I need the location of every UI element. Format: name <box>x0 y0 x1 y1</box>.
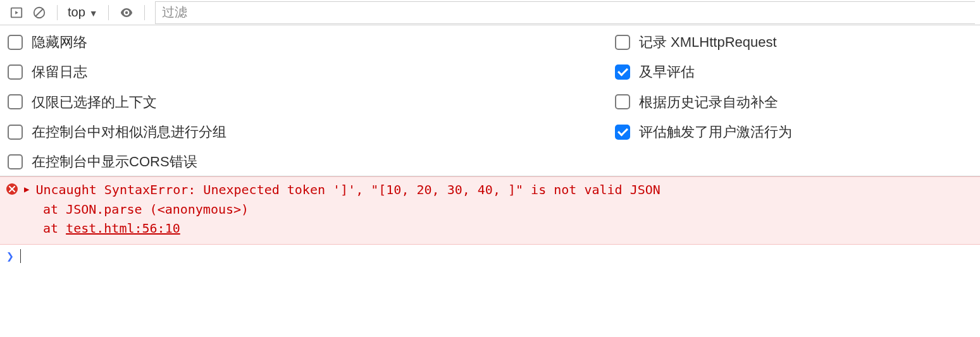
toolbar-separator <box>108 5 109 20</box>
stack-frame: at test.html:56:10 <box>43 219 974 238</box>
opt-label: 保留日志 <box>32 64 87 80</box>
opt-selected-context-only[interactable]: 仅限已选择的上下文 <box>8 94 615 110</box>
stack-prefix: at <box>43 221 66 236</box>
filter-input[interactable] <box>155 1 975 24</box>
svg-point-4 <box>125 11 127 13</box>
toolbar-separator <box>57 5 58 20</box>
opt-label: 评估触发了用户激活行为 <box>639 124 792 140</box>
toggle-console-sidebar-icon[interactable] <box>5 1 28 24</box>
checkbox-preserve-log[interactable] <box>8 64 23 80</box>
opt-show-cors-errors[interactable]: 在控制台中显示CORS错误 <box>8 154 615 169</box>
opt-label: 在控制台中显示CORS错误 <box>32 154 197 169</box>
opt-label: 在控制台中对相似消息进行分组 <box>32 124 226 140</box>
opt-group-similar[interactable]: 在控制台中对相似消息进行分组 <box>8 124 615 140</box>
stack-source-link[interactable]: test.html:56:10 <box>66 221 180 236</box>
opt-user-activation[interactable]: 评估触发了用户激活行为 <box>615 124 972 140</box>
execution-context-label: top <box>68 5 85 20</box>
stack-prefix: at JSON.parse ( <box>43 202 158 217</box>
opt-log-xhr[interactable]: 记录 XMLHttpRequest <box>615 34 972 50</box>
prompt-chevron-icon: ❯ <box>6 248 14 264</box>
checkbox-group-similar[interactable] <box>8 125 23 140</box>
prompt-caret <box>20 249 21 263</box>
console-prompt[interactable]: ❯ <box>0 245 980 267</box>
console-messages: ▶ Uncaught SyntaxError: Unexpected token… <box>0 176 980 267</box>
checkbox-hide-network[interactable] <box>8 35 23 50</box>
error-stack: at JSON.parse (<anonymous>) at test.html… <box>43 200 974 238</box>
checkbox-selected-context-only[interactable] <box>8 94 23 109</box>
opt-label: 记录 XMLHttpRequest <box>639 34 777 50</box>
svg-line-3 <box>36 9 43 16</box>
filter-wrap <box>155 1 975 24</box>
settings-column-right: 记录 XMLHttpRequest 及早评估 根据历史记录自动补全 评估触发了用… <box>615 34 972 169</box>
expand-stack-icon[interactable]: ▶ <box>24 185 29 193</box>
toolbar-separator <box>144 5 145 20</box>
opt-label: 仅限已选择的上下文 <box>32 94 157 110</box>
opt-hide-network[interactable]: 隐藏网络 <box>8 34 615 50</box>
checkbox-log-xhr[interactable] <box>615 35 630 50</box>
stack-link: <anonymous> <box>158 202 241 217</box>
checkbox-history-autocomplete[interactable] <box>615 94 630 109</box>
execution-context-selector[interactable]: top ▼ <box>64 5 102 20</box>
opt-label: 根据历史记录自动补全 <box>639 94 778 110</box>
stack-frame: at JSON.parse (<anonymous>) <box>43 200 974 219</box>
console-settings-panel: 隐藏网络 保留日志 仅限已选择的上下文 在控制台中对相似消息进行分组 在控制台中… <box>0 25 980 176</box>
error-text: Uncaught SyntaxError: Unexpected token '… <box>35 182 660 197</box>
checkbox-eager-eval[interactable] <box>615 64 630 80</box>
clear-console-icon[interactable] <box>28 1 51 24</box>
live-expression-icon[interactable] <box>115 1 138 24</box>
opt-preserve-log[interactable]: 保留日志 <box>8 64 615 80</box>
opt-label: 及早评估 <box>639 64 695 80</box>
error-icon <box>6 183 18 195</box>
checkbox-show-cors-errors[interactable] <box>8 154 23 169</box>
console-error-message: ▶ Uncaught SyntaxError: Unexpected token… <box>0 176 980 245</box>
dropdown-triangle-icon: ▼ <box>89 9 98 18</box>
console-toolbar: top ▼ <box>0 0 980 25</box>
opt-label: 隐藏网络 <box>32 34 87 50</box>
opt-eager-eval[interactable]: 及早评估 <box>615 64 972 80</box>
opt-history-autocomplete[interactable]: 根据历史记录自动补全 <box>615 94 972 110</box>
stack-suffix: ) <box>241 202 249 217</box>
checkbox-user-activation[interactable] <box>615 125 630 140</box>
settings-column-left: 隐藏网络 保留日志 仅限已选择的上下文 在控制台中对相似消息进行分组 在控制台中… <box>8 34 615 169</box>
svg-marker-1 <box>15 11 18 15</box>
